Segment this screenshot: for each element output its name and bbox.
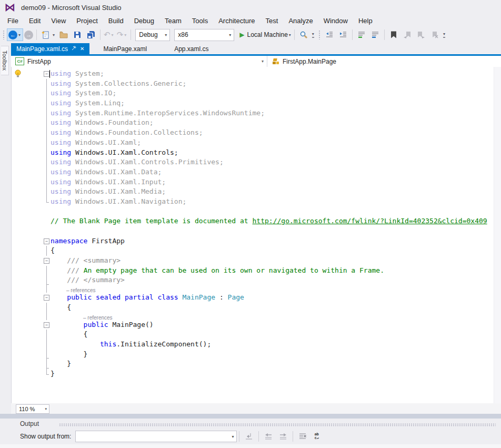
new-item-dropdown-caret-icon[interactable]: ▾ [52,33,56,37]
code-line[interactable]: using Windows.UI.Xaml.Controls; [12,148,501,158]
codelens-references[interactable]: – references [12,285,501,293]
menu-item-edit[interactable]: Edit [24,15,46,27]
tab-mainpage.xaml.cs[interactable]: MainPage.xaml.cs✕ [11,43,89,54]
save-all-button[interactable] [84,29,98,41]
previous-message-button[interactable] [261,431,276,442]
uncomment-button[interactable] [368,29,382,41]
start-debugging-button[interactable]: ▶ Local Machine ▾ [239,31,292,38]
code-line[interactable]: using System.Runtime.InteropServices.Win… [12,108,501,118]
editor-zoom-dropdown[interactable]: 110 % ▾ [16,404,49,414]
code-line[interactable]: using Windows.UI.Xaml.Input; [12,177,501,187]
toggle-bookmark-button[interactable] [387,29,400,41]
code-line[interactable]: −using System; [12,69,501,79]
vertical-scrollbar[interactable] [494,67,501,403]
menu-item-architecture[interactable]: Architecture [213,15,260,27]
increase-indent-button[interactable] [336,29,350,41]
menu-item-help[interactable]: Help [353,15,378,27]
code-line[interactable]: this.InitializeComponent(); [12,340,501,350]
back-dropdown-caret-icon[interactable]: ▾ [17,33,22,37]
undo-button[interactable]: ↶ ▾ [103,29,116,41]
decrease-indent-button[interactable] [323,29,336,41]
toolbox-tab[interactable]: Toolbox [1,46,9,75]
next-message-button[interactable] [276,431,290,442]
code-line[interactable]: using Windows.UI.Xaml.Data; [12,167,501,177]
menu-item-analyze[interactable]: Analyze [283,15,318,27]
code-line[interactable]: // The Blank Page item template is docum… [12,216,501,226]
fold-collapse-box[interactable]: − [44,295,49,301]
fold-collapse-box[interactable]: − [44,238,49,244]
toolbar-overflow-icon[interactable]: ▾ [443,32,445,38]
comment-button[interactable] [355,29,368,41]
comment-hyperlink[interactable]: http://go.microsoft.com/fwlink/?LinkId=4… [253,217,487,225]
code-line[interactable] [12,226,501,236]
code-line[interactable]: using System.Linq; [12,98,501,108]
output-content[interactable] [0,444,501,448]
output-panel-header[interactable]: Output [0,419,501,430]
close-icon[interactable]: ✕ [80,46,84,52]
code-line[interactable]: − public MainPage() [12,320,501,330]
project-dropdown[interactable]: C# FirstApp ▾ [11,56,267,67]
redo-dropdown-caret-icon[interactable]: ▾ [123,33,127,37]
fold-collapse-box[interactable]: − [44,322,49,328]
code-line[interactable] [12,207,501,217]
next-bookmark-button[interactable] [414,29,428,41]
open-file-button[interactable] [57,29,71,41]
toggle-word-wrap-button[interactable]: abc↵ [310,431,323,442]
code-line[interactable]: { [12,246,501,256]
code-line[interactable]: using Windows.UI.Xaml.Navigation; [12,197,501,207]
code-line[interactable]: } [12,350,501,360]
previous-bookmark-button[interactable] [400,29,414,41]
menu-item-project[interactable]: Project [71,15,103,27]
output-source-dropdown[interactable]: ▾ [75,431,237,442]
undo-dropdown-caret-icon[interactable]: ▾ [111,33,115,37]
code-line[interactable]: using Windows.UI.Xaml; [12,138,501,148]
clear-all-button[interactable] [295,431,310,442]
code-line[interactable]: { [12,303,501,313]
toolbar-grip-handle[interactable] [318,30,321,39]
redo-button[interactable]: ↷ ▾ [116,29,129,41]
code-line[interactable]: using System.Collections.Generic; [12,79,501,89]
clear-bookmarks-button[interactable] [428,29,442,41]
menu-item-tools[interactable]: Tools [187,15,213,27]
panel-drag-handle[interactable] [59,423,496,426]
navigate-forward-button[interactable]: → [23,29,34,41]
code-line[interactable]: } [12,369,501,379]
panel-splitter[interactable] [0,414,501,419]
tab-app.xaml.cs[interactable]: App.xaml.cs [161,43,222,54]
pin-icon[interactable] [72,46,76,52]
menu-item-test[interactable]: Test [260,15,284,27]
save-button[interactable] [71,29,84,41]
code-line[interactable]: using Windows.Foundation; [12,118,501,128]
fold-collapse-box[interactable]: − [44,258,49,264]
toolbar-grip-handle[interactable] [3,30,5,39]
codelens-references[interactable]: – references [12,313,501,320]
code-line[interactable]: − /// <summary> [12,256,501,266]
find-message-button[interactable] [242,431,256,442]
code-line[interactable]: using System.IO; [12,88,501,98]
toolbar-overflow-icon[interactable]: ▾ [312,32,314,38]
fold-collapse-box[interactable]: − [44,71,49,77]
code-line[interactable]: using Windows.UI.Xaml.Controls.Primitive… [12,157,501,167]
menu-item-window[interactable]: Window [318,15,353,27]
start-target-dropdown-caret-icon[interactable]: ▾ [288,33,292,37]
new-item-button[interactable]: ▾ [39,29,57,41]
code-line[interactable]: using Windows.Foundation.Collections; [12,128,501,138]
solution-configuration-dropdown[interactable]: Debug ▾ [135,29,170,41]
menu-item-view[interactable]: View [46,15,71,27]
code-line[interactable]: } [12,359,501,369]
menu-item-debug[interactable]: Debug [129,15,159,27]
code-line[interactable]: −namespace FirstApp [12,236,501,246]
code-line[interactable]: { [12,330,501,340]
menu-item-file[interactable]: File [2,15,24,27]
code-line[interactable]: using Windows.UI.Xaml.Media; [12,187,501,197]
code-line[interactable]: − public sealed partial class MainPage :… [12,293,501,303]
code-line[interactable]: /// </summary> [12,275,501,285]
navigate-back-button[interactable]: ← ▾ [7,28,23,41]
solution-platform-dropdown[interactable]: x86 ▾ [174,29,234,41]
menu-item-team[interactable]: Team [159,15,187,27]
menu-item-build[interactable]: Build [103,15,129,27]
code-line[interactable]: /// An empty page that can be used on it… [12,266,501,276]
code-editor[interactable]: −using System;using System.Collections.G… [11,67,501,403]
type-dropdown[interactable]: FirstApp.MainPage [267,56,501,67]
find-button[interactable] [297,29,310,41]
